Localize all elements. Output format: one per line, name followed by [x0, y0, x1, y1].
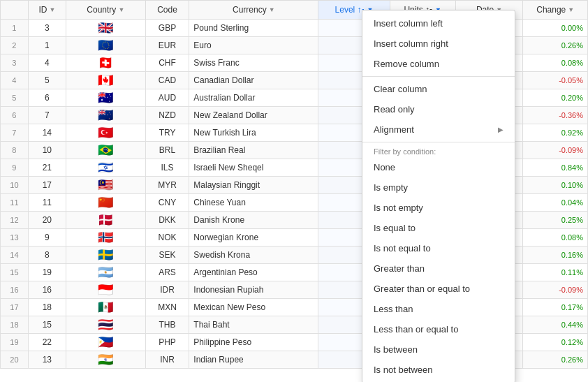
header-code[interactable]: Code — [145, 1, 189, 20]
cell-code: GBP — [145, 20, 189, 37]
cell-country-flag: 🇧🇷 — [66, 142, 145, 159]
menu-filter-item[interactable]: None — [362, 157, 515, 177]
cell-country-flag: 🇦🇺 — [66, 89, 145, 107]
menu-item-label: Clear column — [374, 84, 427, 94]
cell-change: -0.09% — [523, 281, 588, 299]
cell-country-flag: 🇪🇺 — [66, 37, 145, 54]
menu-divider — [362, 76, 515, 77]
row-number: 16 — [1, 281, 29, 299]
cell-code: IDR — [145, 281, 189, 299]
cell-id: 4 — [28, 54, 66, 72]
cell-id: 13 — [28, 351, 66, 369]
cell-id: 5 — [28, 72, 66, 89]
cell-currency: Swiss Franc — [189, 54, 318, 72]
menu-filter-item[interactable]: Less than — [362, 299, 515, 319]
row-number: 2 — [1, 37, 29, 54]
currency-filter-icon[interactable]: ▼ — [269, 6, 275, 13]
menu-filter-item[interactable]: Is not empty — [362, 198, 515, 218]
menu-item[interactable]: Insert column right — [362, 34, 515, 54]
cell-id: 21 — [28, 159, 66, 177]
cell-code: THB — [145, 316, 189, 334]
cell-change: 0.25% — [523, 212, 588, 229]
cell-currency: Swedish Krona — [189, 247, 318, 264]
cell-currency: Mexican New Peso — [189, 299, 318, 316]
spreadsheet-container: ID ▼ Country ▼ Code — [0, 0, 588, 382]
cell-change: 0.04% — [523, 194, 588, 212]
cell-currency: Brazilian Real — [189, 142, 318, 159]
cell-code: TRY — [145, 124, 189, 142]
flag-icon: 🇮🇳 — [98, 353, 113, 364]
row-number: 10 — [1, 177, 29, 194]
cell-id: 7 — [28, 107, 66, 124]
header-id-label: ID — [38, 5, 47, 15]
cell-change: 0.84% — [523, 159, 588, 177]
menu-filter-item[interactable]: Is not equal to — [362, 238, 515, 258]
menu-filter-item[interactable]: Is equal to — [362, 218, 515, 238]
cell-currency: Canadian Dollar — [189, 72, 318, 89]
menu-item-label: Insert column right — [374, 38, 448, 49]
cell-code: ARS — [145, 264, 189, 281]
cell-country-flag: 🇨🇦 — [66, 72, 145, 89]
flag-icon: 🇨🇭 — [98, 57, 113, 67]
menu-item[interactable]: Remove column — [362, 54, 515, 74]
row-number: 4 — [1, 72, 29, 89]
row-number: 9 — [1, 159, 29, 177]
id-filter-icon[interactable]: ▼ — [49, 6, 55, 13]
menu-item[interactable]: Clear column — [362, 79, 515, 99]
header-id[interactable]: ID ▼ — [28, 1, 66, 20]
cell-currency: New Zealand Dollar — [189, 107, 318, 124]
row-number: 20 — [1, 351, 29, 369]
cell-code: NOK — [145, 229, 189, 247]
cell-id: 17 — [28, 177, 66, 194]
menu-filter-item[interactable]: Less than or equal to — [362, 319, 515, 339]
row-number: 6 — [1, 107, 29, 124]
cell-code: NZD — [145, 107, 189, 124]
row-number: 19 — [1, 334, 29, 351]
cell-country-flag: 🇮🇱 — [66, 159, 145, 177]
cell-id: 9 — [28, 229, 66, 247]
menu-item-label: Remove column — [374, 59, 439, 69]
header-currency[interactable]: Currency ▼ — [189, 1, 318, 20]
country-filter-icon[interactable]: ▼ — [118, 6, 124, 13]
cell-change: 0.44% — [523, 316, 588, 334]
cell-currency: New Turkish Lira — [189, 124, 318, 142]
header-country-label: Country — [87, 5, 116, 15]
flag-icon: 🇳🇿 — [98, 109, 113, 119]
cell-id: 16 — [28, 281, 66, 299]
menu-item[interactable]: Insert column left — [362, 13, 515, 34]
header-change[interactable]: Change ▼ — [523, 1, 588, 20]
menu-filter-item[interactable]: Is between — [362, 339, 515, 360]
flag-icon: 🇮🇩 — [98, 284, 113, 294]
menu-divider — [362, 142, 515, 142]
flag-icon: 🇨🇦 — [98, 74, 113, 85]
cell-country-flag: 🇹🇷 — [66, 124, 145, 142]
cell-id: 11 — [28, 194, 66, 212]
cell-country-flag: 🇳🇴 — [66, 229, 145, 247]
cell-currency: Thai Baht — [189, 316, 318, 334]
cell-code: CHF — [145, 54, 189, 72]
flag-icon: 🇹🇷 — [98, 126, 113, 137]
cell-id: 15 — [28, 316, 66, 334]
flag-icon: 🇨🇳 — [98, 196, 113, 207]
cell-country-flag: 🇲🇽 — [66, 299, 145, 316]
row-number: 7 — [1, 124, 29, 142]
cell-country-flag: 🇲🇾 — [66, 177, 145, 194]
cell-change: 0.08% — [523, 229, 588, 247]
menu-filter-item[interactable]: Greater than — [362, 258, 515, 279]
menu-filter-item[interactable]: Is not between — [362, 360, 515, 380]
menu-item[interactable]: Read only — [362, 99, 515, 119]
cell-change: 0.10% — [523, 177, 588, 194]
change-filter-icon[interactable]: ▼ — [568, 6, 574, 13]
header-row-num — [1, 1, 29, 20]
cell-currency: Argentinian Peso — [189, 264, 318, 281]
cell-change: -0.05% — [523, 72, 588, 89]
cell-change: 0.26% — [523, 351, 588, 369]
menu-filter-item[interactable]: Greater than or equal to — [362, 279, 515, 299]
header-level-label: Level ↑₁ — [335, 5, 365, 15]
cell-change: 0.20% — [523, 89, 588, 107]
header-country[interactable]: Country ▼ — [66, 1, 145, 20]
cell-change: 0.00% — [523, 20, 588, 37]
menu-item-label: Alignment — [374, 124, 414, 135]
menu-item[interactable]: Alignment▶ — [362, 119, 515, 140]
menu-filter-item[interactable]: Is empty — [362, 177, 515, 198]
